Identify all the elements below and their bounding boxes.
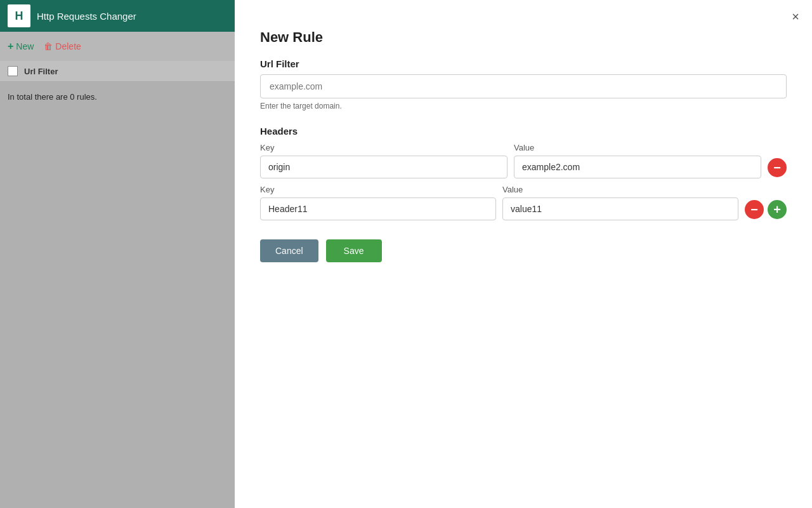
header-row2-value-input[interactable]: [502, 197, 738, 220]
headers-section: Headers Key Value −: [260, 126, 787, 220]
header-row2-value-col: Value: [502, 185, 738, 220]
app-title: Http Requests Changer: [37, 11, 136, 22]
sidebar-table-header: Url Filter: [0, 61, 235, 82]
trash-icon: 🗑: [44, 41, 53, 51]
header-row-2: Key Value − +: [260, 185, 787, 220]
headers-label: Headers: [260, 126, 787, 137]
sidebar-toolbar: + New 🗑 Delete: [0, 32, 235, 61]
header-row1-value-label: Value: [514, 143, 761, 152]
header-row2-add-button[interactable]: +: [768, 200, 787, 219]
close-icon: ×: [792, 10, 799, 23]
header-row1-actions: −: [768, 158, 787, 177]
minus-icon: −: [773, 161, 781, 174]
app-logo: H: [8, 4, 30, 27]
plus-icon: +: [8, 41, 13, 52]
delete-button-label: Delete: [55, 41, 81, 51]
new-button-label: New: [16, 41, 34, 51]
url-filter-label: Url Filter: [260, 58, 787, 69]
header-row1-value-input[interactable]: [514, 156, 761, 178]
delete-button[interactable]: 🗑 Delete: [44, 41, 81, 51]
save-button[interactable]: Save: [326, 239, 382, 262]
rules-count: In total there are 0 rules.: [0, 82, 235, 112]
sidebar: H Http Requests Changer + New 🗑 Delete U…: [0, 0, 235, 508]
header-row1-key-label: Key: [260, 143, 508, 152]
url-filter-column-header: Url Filter: [24, 67, 58, 76]
header-row-1: Key Value −: [260, 143, 787, 178]
new-rule-modal: × New Rule Url Filter Enter the target d…: [235, 0, 812, 508]
modal-footer: Cancel Save: [260, 239, 787, 262]
cancel-button[interactable]: Cancel: [260, 239, 318, 262]
header-row2-key-col: Key: [260, 185, 496, 220]
new-button[interactable]: + New: [8, 41, 34, 52]
header-row2-key-label: Key: [260, 185, 496, 194]
header-row1-key-input[interactable]: [260, 156, 508, 178]
plus-icon-2: +: [773, 203, 781, 216]
close-button[interactable]: ×: [792, 10, 799, 23]
header-row1-key-col: Key: [260, 143, 508, 178]
header-row2-remove-button[interactable]: −: [745, 200, 764, 219]
modal-close-row: ×: [235, 0, 812, 23]
header-row1-value-col: Value: [514, 143, 761, 178]
minus-icon-2: −: [750, 203, 758, 216]
url-filter-hint: Enter the target domain.: [260, 102, 787, 110]
header-row1-remove-button[interactable]: −: [768, 158, 787, 177]
header-row2-value-label: Value: [502, 185, 738, 194]
modal-body: New Rule Url Filter Enter the target dom…: [235, 23, 812, 508]
select-all-checkbox[interactable]: [8, 66, 18, 76]
header-row2-actions: − +: [745, 200, 787, 219]
url-filter-input[interactable]: [260, 74, 787, 98]
url-filter-section: Url Filter Enter the target domain.: [260, 58, 787, 110]
sidebar-header: H Http Requests Changer: [0, 0, 235, 32]
header-row2-key-input[interactable]: [260, 197, 496, 220]
modal-title: New Rule: [260, 29, 787, 46]
